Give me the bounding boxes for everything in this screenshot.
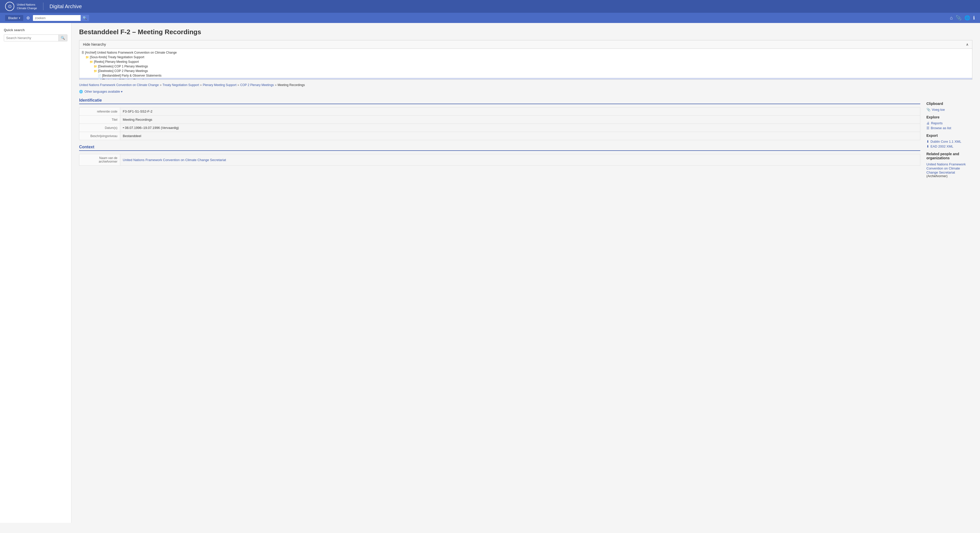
search-submit-button[interactable]: 🔍 bbox=[81, 15, 89, 21]
browse-as-list-link[interactable]: ☰ Browse as list bbox=[926, 126, 972, 130]
tree-item[interactable]: 📁[Reeks] Plenary Meeting Support bbox=[80, 59, 972, 64]
table-row: Naam van de archiefvormer United Nations… bbox=[80, 154, 920, 165]
breadcrumb-link[interactable]: COP 2 Plenary Meetings bbox=[240, 83, 274, 87]
hierarchy-tree: 🗄[Archief] United Nations Framework Conv… bbox=[80, 49, 972, 80]
logo-area: ⊙ United Nations Climate Change Digital … bbox=[5, 2, 82, 11]
related-org-link[interactable]: United Nations Framework Convention on C… bbox=[926, 162, 966, 174]
breadcrumb-link[interactable]: United Nations Framework Convention on C… bbox=[79, 83, 159, 87]
main-layout: Quick search 🔍 Bestanddeel F-2 – Meeting… bbox=[0, 23, 980, 523]
sidebar-search: 🔍 bbox=[4, 35, 67, 41]
identificatie-table: referentie codeF3-SF1-S1-SS2-F-2TitelMee… bbox=[79, 107, 920, 140]
clipboard-icon: 📎 bbox=[926, 108, 931, 111]
tree-item[interactable]: 📄[Bestanddeel] Party & Observer Statemen… bbox=[80, 73, 972, 78]
globe-nav-icon[interactable]: 🌐 bbox=[964, 15, 970, 21]
reports-link[interactable]: 🖨 Reports bbox=[926, 121, 972, 125]
export-title: Export bbox=[926, 134, 972, 138]
info-nav-icon[interactable]: ℹ bbox=[973, 15, 975, 21]
field-value: • 08.07.1996–19.07.1996 (Vervaardig) bbox=[120, 124, 920, 132]
breadcrumb-link[interactable]: Treaty Negotiation Support bbox=[162, 83, 199, 87]
clipboard-title: Clipboard bbox=[926, 102, 972, 106]
archiefvormer-link[interactable]: United Nations Framework Convention on C… bbox=[123, 158, 226, 162]
table-row: Datum(s)• 08.07.1996–19.07.1996 (Vervaar… bbox=[80, 124, 920, 132]
tree-item[interactable]: 📁[Sous-fonds] Treaty Negotiation Support bbox=[80, 55, 972, 59]
field-value: F3-SF1-S1-SS2-F-2 bbox=[120, 107, 920, 116]
breadcrumb-separator: » bbox=[200, 83, 202, 87]
field-label: Titel bbox=[80, 116, 120, 124]
search-box: 🔍 bbox=[33, 15, 89, 21]
lang-toggle[interactable]: Other languages available ▾ bbox=[84, 90, 123, 94]
voeg-toe-link[interactable]: 📎 Voeg toe bbox=[926, 108, 972, 111]
identificatie-section-title: Identificatie bbox=[79, 98, 920, 104]
home-icon[interactable]: ⌂ bbox=[950, 15, 953, 21]
org-name: United Nations Climate Change bbox=[17, 3, 37, 10]
sidebar: Quick search 🔍 bbox=[0, 23, 72, 523]
context-table: Naam van de archiefvormer United Nations… bbox=[79, 154, 920, 165]
ead-link[interactable]: ⬇ EAD 2002 XML bbox=[926, 145, 972, 148]
content-area: Bestanddeel F-2 – Meeting Recordings Hid… bbox=[72, 23, 980, 523]
breadcrumb-separator: » bbox=[275, 83, 277, 87]
explore-title: Explore bbox=[926, 115, 972, 119]
context-section-title: Context bbox=[79, 145, 920, 151]
hierarchy-panel: Hide hierarchy ∧ 🗄[Archief] United Natio… bbox=[79, 40, 972, 80]
nav-bar: Blader ▾ ⚙ 🔍 ⌂ 📎 🌐 ℹ bbox=[0, 13, 980, 23]
field-value: Meeting Recordings bbox=[120, 116, 920, 124]
two-col-layout: Identificatie referentie codeF3-SF1-S1-S… bbox=[79, 98, 972, 178]
hide-hierarchy-label: Hide hierarchy bbox=[83, 42, 106, 46]
reports-icon: 🖨 bbox=[926, 121, 930, 125]
related-org-area: United Nations Framework Convention on C… bbox=[926, 162, 972, 178]
tree-item[interactable]: 🗄[Archief] United Nations Framework Conv… bbox=[80, 50, 972, 55]
breadcrumb-link[interactable]: Plenary Meeting Support bbox=[203, 83, 237, 87]
page-title: Bestanddeel F-2 – Meeting Recordings bbox=[79, 28, 972, 36]
tree-item[interactable]: 📁[Deelreeks] COP 1 Plenary Meetings bbox=[80, 64, 972, 68]
main-column: Identificatie referentie codeF3-SF1-S1-S… bbox=[79, 98, 920, 178]
download-icon-dublin: ⬇ bbox=[926, 140, 929, 143]
lang-bar: 🌐 Other languages available ▾ bbox=[79, 90, 972, 94]
field-label: Datum(s) bbox=[80, 124, 120, 132]
table-row: referentie codeF3-SF1-S1-SS2-F-2 bbox=[80, 107, 920, 116]
settings-icon[interactable]: ⚙ bbox=[25, 14, 31, 21]
header-divider bbox=[43, 3, 43, 10]
hierarchy-collapse-icon: ∧ bbox=[966, 42, 969, 46]
list-icon: ☰ bbox=[926, 126, 929, 130]
context-value: United Nations Framework Convention on C… bbox=[120, 154, 920, 165]
breadcrumb-separator: » bbox=[238, 83, 239, 87]
related-org-role: (Archiefvormer) bbox=[926, 174, 972, 178]
tree-item[interactable]: 📄[Bestanddeel] Meeting Recordings bbox=[80, 78, 972, 80]
breadcrumb-separator: » bbox=[160, 83, 162, 87]
field-value: Bestanddeel bbox=[120, 132, 920, 140]
lang-icon: 🌐 bbox=[79, 90, 83, 94]
field-label: referentie code bbox=[80, 107, 120, 116]
breadcrumb-current: Meeting Recordings bbox=[278, 83, 305, 87]
nav-right-icons: ⌂ 📎 🌐 ℹ bbox=[950, 15, 975, 21]
logo-icon: ⊙ bbox=[5, 2, 14, 11]
clipboard-nav-icon[interactable]: 📎 bbox=[956, 15, 961, 21]
search-input[interactable] bbox=[33, 15, 81, 21]
top-header: ⊙ United Nations Climate Change Digital … bbox=[0, 0, 980, 13]
browse-button[interactable]: Blader ▾ bbox=[5, 15, 23, 21]
table-row: TitelMeeting Recordings bbox=[80, 116, 920, 124]
field-label: Beschrijvingsniveau bbox=[80, 132, 120, 140]
dublin-core-link[interactable]: ⬇ Dublin Core 1.1 XML bbox=[926, 140, 972, 143]
site-title: Digital Archive bbox=[49, 3, 82, 10]
quick-search-label: Quick search bbox=[4, 28, 67, 32]
table-row: BeschrijvingsniveauBestanddeel bbox=[80, 132, 920, 140]
browse-caret-icon: ▾ bbox=[19, 17, 20, 19]
tree-item[interactable]: 📁[Deelreeks] COP 2 Plenary Meetings bbox=[80, 68, 972, 73]
breadcrumb: United Nations Framework Convention on C… bbox=[79, 83, 972, 87]
right-sidebar: Clipboard 📎 Voeg toe Explore 🖨 Reports ☰… bbox=[926, 98, 972, 178]
hierarchy-search-input[interactable] bbox=[4, 35, 59, 41]
hierarchy-search-button[interactable]: 🔍 bbox=[59, 35, 67, 41]
hierarchy-header[interactable]: Hide hierarchy ∧ bbox=[80, 40, 972, 49]
download-icon-ead: ⬇ bbox=[926, 145, 929, 148]
related-title: Related people and organizations bbox=[926, 152, 972, 160]
context-label: Naam van de archiefvormer bbox=[80, 154, 120, 165]
